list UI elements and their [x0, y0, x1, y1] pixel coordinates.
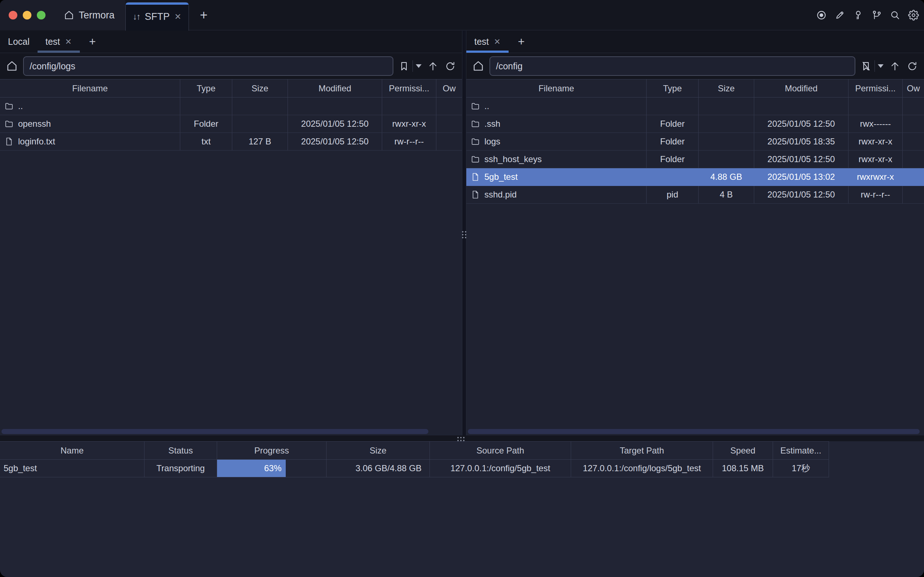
- left-bookmark-split-button[interactable]: [398, 60, 421, 72]
- file-row-ssh-host-keys[interactable]: ssh_host_keys Folder 2025/01/05 12:50 rw…: [466, 151, 924, 168]
- file-size: [698, 115, 754, 132]
- file-owner: [436, 133, 462, 150]
- file-row-loginfo[interactable]: loginfo.txt txt 127 B 2025/01/05 12:50 r…: [0, 133, 462, 151]
- column-header-owner[interactable]: Ow: [436, 79, 462, 97]
- column-header-filename[interactable]: Filename: [0, 79, 180, 97]
- local-pane-tabstrip: Local test ✕ +: [0, 31, 462, 53]
- left-up-directory-button[interactable]: [427, 60, 439, 72]
- chevron-down-icon[interactable]: [416, 64, 421, 68]
- transfer-name: 5gb_test: [0, 459, 145, 477]
- column-header-status[interactable]: Status: [145, 442, 217, 459]
- tab-termora[interactable]: Termora: [64, 0, 114, 30]
- column-header-permissions[interactable]: Permissi...: [382, 79, 436, 97]
- left-home-icon[interactable]: [6, 60, 18, 72]
- file-type: Folder: [647, 151, 698, 168]
- tab-left-test[interactable]: test ✕: [37, 31, 80, 53]
- filename: .ssh: [484, 119, 500, 129]
- column-header-size[interactable]: Size: [232, 79, 288, 97]
- tab-right-test[interactable]: test ✕: [466, 31, 509, 53]
- column-header-estimate[interactable]: Estimate...: [773, 442, 829, 459]
- folder-icon: [4, 119, 14, 129]
- file-permissions: rwxr-xr-x: [848, 151, 903, 168]
- folder-icon: [4, 102, 14, 111]
- chevron-down-icon[interactable]: [878, 64, 884, 68]
- right-home-icon[interactable]: [472, 60, 484, 72]
- transfer-target-path: 127.0.0.1:/config/logs/5gb_test: [571, 459, 713, 477]
- tab-right-test-close-icon[interactable]: ✕: [494, 37, 500, 47]
- file-permissions: rwxr-xr-x: [382, 115, 436, 132]
- file-modified: 2025/01/05 18:35: [754, 133, 848, 150]
- filename: openssh: [18, 119, 51, 129]
- close-window-button[interactable]: [9, 11, 17, 19]
- column-header-owner[interactable]: Ow: [903, 79, 924, 97]
- right-file-table: Filename Type Size Modified Permissi... …: [466, 79, 924, 204]
- file-row-openssh[interactable]: openssh Folder 2025/01/05 12:50 rwxr-xr-…: [0, 115, 462, 133]
- column-header-filename[interactable]: Filename: [466, 79, 647, 97]
- file-modified: 2025/01/05 12:50: [754, 186, 848, 203]
- left-path-input[interactable]: [23, 56, 393, 76]
- pane-splitter-grip[interactable]: [462, 231, 466, 238]
- column-header-target-path[interactable]: Target Path: [571, 442, 713, 459]
- file-permissions: rwx------: [848, 115, 903, 132]
- zoom-window-button[interactable]: [37, 11, 45, 19]
- right-horizontal-scrollbar[interactable]: [468, 429, 920, 434]
- folder-icon: [471, 155, 480, 164]
- column-header-speed[interactable]: Speed: [713, 442, 773, 459]
- filename: 5gb_test: [484, 172, 518, 182]
- file-icon: [4, 137, 14, 146]
- left-horizontal-scrollbar[interactable]: [2, 429, 428, 434]
- filename: logs: [484, 137, 500, 147]
- transfer-panel-splitter[interactable]: [0, 435, 924, 441]
- file-row-sshd-pid[interactable]: sshd.pid pid 4 B 2025/01/05 12:50 rw-r--…: [466, 186, 924, 204]
- left-refresh-button[interactable]: [444, 60, 456, 72]
- column-header-modified[interactable]: Modified: [754, 79, 848, 97]
- column-header-type[interactable]: Type: [180, 79, 232, 97]
- branch-icon[interactable]: [871, 10, 882, 21]
- new-tab-button[interactable]: +: [195, 0, 213, 30]
- file-type: Folder: [180, 115, 232, 132]
- file-row-logs[interactable]: logs Folder 2025/01/05 18:35 rwxr-xr-x: [466, 133, 924, 151]
- tab-sftp[interactable]: ↓↑ SFTP ✕: [125, 2, 189, 31]
- tab-left-test-close-icon[interactable]: ✕: [65, 37, 71, 47]
- tab-sftp-close-icon[interactable]: ✕: [174, 12, 181, 22]
- titlebar-toolbar: [816, 0, 919, 30]
- right-pane-new-tab-button[interactable]: +: [509, 31, 534, 53]
- home-icon: [64, 10, 74, 21]
- column-header-type[interactable]: Type: [647, 79, 698, 97]
- right-refresh-button[interactable]: [906, 60, 918, 72]
- left-pane-new-tab-button[interactable]: +: [80, 31, 105, 53]
- file-modified: 2025/01/05 12:50: [754, 151, 848, 168]
- file-row-5gb-test-selected[interactable]: 5gb_test 4.88 GB 2025/01/05 13:02 rwxrwx…: [466, 168, 924, 186]
- file-row-ssh[interactable]: .ssh Folder 2025/01/05 12:50 rwx------: [466, 115, 924, 133]
- file-owner: [436, 97, 462, 115]
- right-up-directory-button[interactable]: [889, 60, 901, 72]
- column-header-source-path[interactable]: Source Path: [430, 442, 571, 459]
- column-header-name[interactable]: Name: [0, 442, 145, 459]
- transfer-row-5gb-test[interactable]: 5gb_test Transporting 63% 3.06 GB/4.88 G…: [0, 459, 829, 477]
- file-row-parent-dir[interactable]: ..: [466, 97, 924, 115]
- bookmark-off-icon: [860, 61, 872, 72]
- column-header-permissions[interactable]: Permissi...: [848, 79, 903, 97]
- file-row-parent-dir[interactable]: ..: [0, 97, 462, 115]
- settings-gear-icon[interactable]: [908, 10, 919, 21]
- record-icon[interactable]: [816, 10, 827, 21]
- column-header-size[interactable]: Size: [698, 79, 754, 97]
- column-header-progress[interactable]: Progress: [217, 442, 327, 459]
- transfer-panel-splitter-grip[interactable]: [457, 437, 464, 441]
- tab-local[interactable]: Local: [0, 31, 37, 53]
- minimize-window-button[interactable]: [23, 11, 31, 19]
- right-bookmark-split-button[interactable]: [860, 60, 884, 72]
- file-modified: [754, 97, 848, 115]
- right-path-input[interactable]: [489, 56, 855, 76]
- key-icon[interactable]: [853, 10, 864, 21]
- file-type: txt: [180, 133, 232, 150]
- titlebar: Termora ↓↑ SFTP ✕ +: [0, 0, 924, 30]
- column-header-size[interactable]: Size: [327, 442, 430, 459]
- filename: ..: [484, 101, 489, 111]
- file-type: [647, 168, 698, 185]
- column-header-modified[interactable]: Modified: [288, 79, 382, 97]
- tab-termora-label: Termora: [79, 10, 114, 21]
- edit-icon[interactable]: [834, 10, 845, 21]
- pane-splitter[interactable]: [462, 31, 466, 435]
- search-icon[interactable]: [890, 10, 900, 21]
